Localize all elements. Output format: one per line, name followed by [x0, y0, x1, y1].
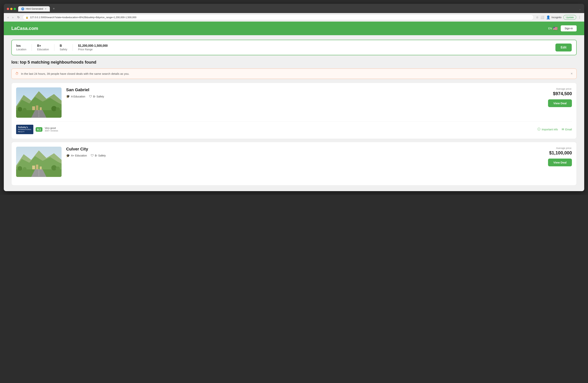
card-badges: 🎓 A+ Education 🛡 B- Safety — [66, 154, 544, 157]
svg-point-20 — [23, 167, 26, 171]
email-button[interactable]: ✉ Email — [562, 128, 572, 131]
property-image — [16, 87, 62, 118]
filter-education: B+ Education — [37, 44, 54, 51]
card-info: San Gabriel 🎓 A Education 🛡 B- Safety — [66, 87, 544, 118]
browser-titlebar: H Html Generated × + ⌄ — [4, 4, 584, 13]
back-button[interactable]: ‹ — [7, 15, 9, 20]
search-filters: los Location B+ Education B Safety $1,20… — [16, 44, 113, 51]
important-info-label: Important info — [542, 128, 558, 131]
svg-rect-24 — [36, 165, 38, 169]
search-summary-container: los Location B+ Education B Safety $1,20… — [4, 35, 584, 55]
forward-button[interactable]: › — [12, 15, 14, 20]
maximize-button[interactable] — [14, 8, 16, 10]
location-value: los — [16, 44, 26, 47]
svg-rect-23 — [32, 166, 35, 169]
property-name: Culver City — [66, 147, 544, 152]
filter-safety: B Safety — [60, 44, 73, 51]
bookmark-button[interactable]: ☆ — [536, 16, 539, 19]
filter-location: los Location — [16, 44, 32, 51]
view-deal-button[interactable]: View Deal — [548, 159, 572, 166]
incognito-label: Incognito — [551, 16, 562, 19]
svg-point-7 — [23, 108, 26, 112]
education-label: Education — [37, 48, 49, 51]
results-section: los: top 5 matching neighbourhoods found… — [4, 55, 584, 191]
view-deal-button[interactable]: View Deal — [548, 99, 572, 107]
browser-toolbar: ‹ › ↻ 🔒 127.0.0.1:5000/search?state=los&… — [4, 13, 584, 21]
notification-banner: ⏱ In the last 24 hours, 39 people have c… — [11, 69, 577, 79]
footer-right: ⓘ Important info ✉ Email — [537, 127, 572, 131]
property-card: San Gabriel 🎓 A Education 🛡 B- Safety — [11, 83, 577, 139]
browser-window: H Html Generated × + ⌄ ‹ › ↻ 🔒 127.0.0.1… — [4, 4, 584, 191]
tab-close-button[interactable]: × — [45, 8, 47, 10]
search-summary: los Location B+ Education B Safety $1,20… — [11, 40, 577, 55]
price-value: $1,200,000-1,500,000 — [78, 44, 108, 47]
safety-badge: 🛡 B- Safety — [91, 154, 106, 157]
flag-icon: 🇺🇸 — [553, 26, 558, 31]
incognito-indicator: 👤 Incognito — [546, 15, 562, 19]
agency-sub: INTERNATIONALREALTY — [18, 129, 31, 133]
svg-point-22 — [56, 167, 60, 171]
safety-badge-text: B- Safety — [93, 95, 104, 98]
education-icon: 🎓 — [66, 95, 70, 98]
review-label: Very good — [45, 127, 58, 129]
avg-price-label: Average price: — [548, 147, 572, 150]
notification-close-button[interactable]: × — [570, 72, 573, 76]
rating-badge: 8.1 — [36, 127, 42, 132]
footer-left: Sotheby's INTERNATIONALREALTY 8.1 Very g… — [16, 125, 58, 134]
site-header: LaCasa.com EN 🇺🇸 Sign-in — [4, 21, 584, 35]
notification-text: In the last 24 hours, 39 people have clo… — [21, 72, 129, 75]
notification-left: ⏱ In the last 24 hours, 39 people have c… — [15, 72, 129, 76]
tab-favicon: H — [21, 7, 24, 10]
safety-badge: 🛡 B- Safety — [89, 95, 104, 98]
new-tab-button[interactable]: + — [51, 6, 56, 12]
minimize-button[interactable] — [10, 8, 13, 10]
clock-icon: ⏱ — [15, 72, 19, 76]
sidebar-button[interactable]: ⬜ — [541, 16, 544, 19]
refresh-button[interactable]: ↻ — [17, 15, 21, 20]
safety-icon: 🛡 — [89, 95, 92, 98]
url-text: 127.0.0.1:5000/search?state=los&educatio… — [30, 16, 531, 19]
education-badge: 🎓 A+ Education — [66, 154, 87, 157]
sign-in-button[interactable]: Sign-in — [561, 25, 577, 31]
address-bar[interactable]: 🔒 127.0.0.1:5000/search?state=los&educat… — [23, 15, 534, 20]
education-icon: 🎓 — [66, 154, 70, 157]
card-main: Culver City 🎓 A+ Education 🛡 B- Safety — [16, 147, 572, 177]
info-icon: ⓘ — [537, 127, 541, 131]
safety-badge-text: B- Safety — [95, 154, 106, 157]
tab-title: Html Generated — [26, 7, 43, 10]
property-image-svg — [16, 147, 62, 177]
email-label: Email — [565, 128, 572, 131]
header-right: EN 🇺🇸 Sign-in — [548, 25, 577, 31]
location-label: Location — [16, 48, 26, 51]
card-price-area: Average price: $1,100,000 View Deal — [548, 147, 572, 177]
window-dropdown-icon[interactable]: ⌄ — [579, 7, 581, 11]
update-button[interactable]: Update — [563, 15, 576, 20]
avg-price: $1,100,000 — [548, 150, 572, 155]
card-footer: Sotheby's INTERNATIONALREALTY 8.1 Very g… — [16, 121, 572, 134]
property-card: Culver City 🎓 A+ Education 🛡 B- Safety — [11, 142, 577, 185]
review-count: 300+ reviews — [45, 129, 58, 132]
review-info: Very good 300+ reviews — [45, 127, 58, 132]
more-button[interactable]: ⋮ — [578, 16, 581, 19]
agency-badge: Sotheby's INTERNATIONALREALTY — [16, 125, 33, 134]
toolbar-right: ☆ ⬜ 👤 Incognito Update ⋮ — [536, 15, 581, 20]
education-value: B+ — [37, 44, 49, 47]
important-info-button[interactable]: ⓘ Important info — [537, 127, 558, 131]
close-button[interactable] — [7, 8, 9, 10]
svg-point-9 — [56, 107, 60, 112]
safety-label: Safety — [60, 48, 67, 51]
education-badge-text: A+ Education — [71, 154, 87, 157]
lock-icon: 🔒 — [26, 16, 28, 19]
traffic-lights — [7, 8, 16, 10]
avg-price: $974,500 — [548, 91, 572, 96]
tab-bar: H Html Generated × + — [18, 6, 576, 12]
results-heading: los: top 5 matching neighbourhoods found — [11, 60, 577, 65]
active-tab[interactable]: H Html Generated × — [18, 6, 50, 12]
svg-rect-25 — [40, 167, 42, 169]
card-badges: 🎓 A Education 🛡 B- Safety — [66, 95, 544, 98]
avg-price-label: Average price: — [548, 87, 572, 90]
email-icon: ✉ — [562, 128, 564, 131]
education-badge-text: A Education — [71, 95, 85, 98]
language-selector[interactable]: EN 🇺🇸 — [548, 26, 558, 31]
edit-search-button[interactable]: Edit — [555, 43, 572, 52]
